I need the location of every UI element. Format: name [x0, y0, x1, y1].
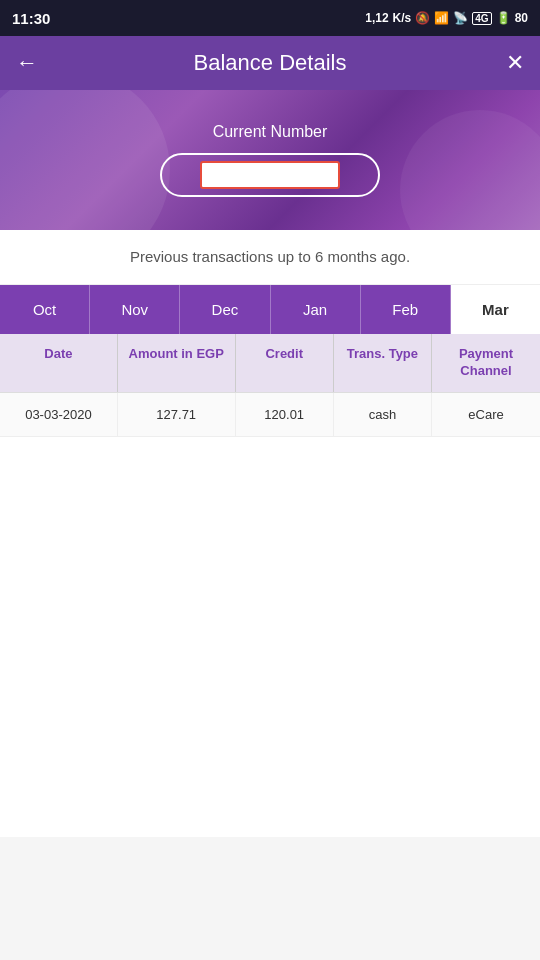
page-title: Balance Details — [194, 50, 347, 76]
back-button[interactable]: ← — [16, 50, 38, 76]
battery-icon: 🔋 — [496, 11, 511, 25]
status-time: 11:30 — [12, 10, 50, 27]
cell-credit: 120.01 — [236, 393, 334, 436]
tab-oct[interactable]: Oct — [0, 285, 90, 334]
col-trans-type: Trans. Type — [334, 334, 432, 392]
transactions-table: Date Amount in EGP Credit Trans. Type Pa… — [0, 334, 540, 437]
status-bar: 11:30 1,12 K/s 🔕 📶 📡 4G 🔋 80 — [0, 0, 540, 36]
close-button[interactable]: ✕ — [506, 50, 524, 76]
tab-nov[interactable]: Nov — [90, 285, 180, 334]
mute-icon: 🔕 — [415, 11, 430, 25]
month-tabs: Oct Nov Dec Jan Feb Mar — [0, 285, 540, 334]
table-row: 03-03-2020 127.71 120.01 cash eCare — [0, 393, 540, 437]
tab-mar[interactable]: Mar — [451, 285, 540, 334]
cell-trans-type: cash — [334, 393, 432, 436]
subtitle-text: Previous transactions up to 6 months ago… — [130, 248, 410, 265]
signal-icon: 📡 — [453, 11, 468, 25]
cell-amount: 127.71 — [118, 393, 236, 436]
status-signal: 1,12 — [365, 11, 388, 25]
number-highlight-box — [200, 161, 340, 189]
status-unit: K/s — [393, 11, 412, 25]
wifi-icon: 📶 — [434, 11, 449, 25]
subtitle-section: Previous transactions up to 6 months ago… — [0, 230, 540, 285]
col-payment-channel: Payment Channel — [432, 334, 540, 392]
tab-dec[interactable]: Dec — [180, 285, 270, 334]
current-number-input-wrapper — [160, 153, 380, 197]
status-right: 1,12 K/s 🔕 📶 📡 4G 🔋 80 — [365, 11, 528, 25]
col-date: Date — [0, 334, 118, 392]
col-amount: Amount in EGP — [118, 334, 236, 392]
4g-icon: 4G — [472, 12, 491, 25]
hero-section: Current Number — [0, 90, 540, 230]
cell-date: 03-03-2020 — [0, 393, 118, 436]
cell-payment-channel: eCare — [432, 393, 540, 436]
battery-level: 80 — [515, 11, 528, 25]
tab-feb[interactable]: Feb — [361, 285, 451, 334]
tab-jan[interactable]: Jan — [271, 285, 361, 334]
table-header: Date Amount in EGP Credit Trans. Type Pa… — [0, 334, 540, 393]
current-number-label: Current Number — [213, 123, 328, 141]
app-header: ← Balance Details ✕ — [0, 36, 540, 90]
col-credit: Credit — [236, 334, 334, 392]
empty-space — [0, 437, 540, 837]
